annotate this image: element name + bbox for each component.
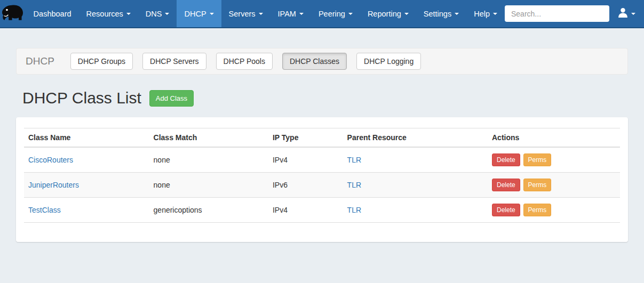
perms-button[interactable]: Perms <box>523 204 552 216</box>
subnav-button-dhcp-groups[interactable]: DHCP Groups <box>70 53 133 70</box>
nav-item-label: DNS <box>146 10 162 18</box>
table-row: JuniperRouters none IPv6 TLR Delete Perm… <box>24 173 620 198</box>
perms-button[interactable]: Perms <box>523 153 552 166</box>
subnav-section-label: DHCP <box>26 55 54 67</box>
user-icon <box>617 7 629 20</box>
chevron-down-icon <box>259 13 263 15</box>
delete-button[interactable]: Delete <box>492 153 520 166</box>
parent-resource-link[interactable]: TLR <box>347 181 361 189</box>
class-name-link[interactable]: JuniperRouters <box>28 181 79 189</box>
chevron-down-icon <box>455 13 459 15</box>
ip-type-value: IPv6 <box>268 173 343 198</box>
add-class-button[interactable]: Add Class <box>149 90 194 107</box>
mammoth-logo-icon <box>1 3 25 25</box>
user-menu[interactable] <box>617 7 635 20</box>
dhcp-class-table: Class Name Class Match IP Type Parent Re… <box>24 128 620 223</box>
column-header-class-match: Class Match <box>149 128 268 148</box>
search-group <box>505 5 609 22</box>
page-title: DHCP Class List <box>22 89 141 107</box>
nav-item-label: Settings <box>424 10 451 18</box>
nav-item-ipam[interactable]: IPAM <box>271 0 311 27</box>
chevron-down-icon <box>126 13 131 15</box>
chevron-down-icon <box>165 13 169 15</box>
nav-item-label: DHCP <box>184 10 206 18</box>
column-header-actions: Actions <box>488 128 620 148</box>
chevron-down-icon <box>631 13 635 15</box>
nav-item-reporting[interactable]: Reporting <box>360 0 416 27</box>
chevron-down-icon <box>493 13 497 15</box>
nav-item-label: IPAM <box>278 10 296 18</box>
parent-resource-link[interactable]: TLR <box>347 156 361 164</box>
class-match-value: none <box>149 173 268 198</box>
nav-item-label: Dashboard <box>34 10 71 18</box>
nav-item-dashboard[interactable]: Dashboard <box>26 0 79 27</box>
page-head: DHCP Class List Add Class <box>16 89 628 107</box>
class-match-value: none <box>149 147 268 173</box>
chevron-down-icon <box>210 13 214 15</box>
nav-item-help[interactable]: Help <box>466 0 505 27</box>
search-input[interactable] <box>505 5 609 22</box>
class-match-value: genericoptions <box>149 198 268 223</box>
nav-item-servers[interactable]: Servers <box>221 0 271 27</box>
brand-logo[interactable] <box>0 0 26 27</box>
delete-button[interactable]: Delete <box>492 179 520 191</box>
dhcp-class-list-card: Class Name Class Match IP Type Parent Re… <box>16 117 628 242</box>
nav-item-label: Resources <box>86 10 123 18</box>
nav-item-label: Reporting <box>368 10 401 18</box>
main-container: DHCP DHCP Groups DHCP Servers DHCP Pools… <box>0 48 644 242</box>
navbar-right <box>505 0 644 27</box>
perms-button[interactable]: Perms <box>523 179 552 191</box>
nav-item-peering[interactable]: Peering <box>311 0 360 27</box>
column-header-ip-type: IP Type <box>268 128 343 148</box>
table-row: TestClass genericoptions IPv4 TLR Delete… <box>24 198 620 223</box>
nav-item-dns[interactable]: DNS <box>138 0 177 27</box>
parent-resource-link[interactable]: TLR <box>347 206 361 214</box>
table-header-row: Class Name Class Match IP Type Parent Re… <box>24 128 620 148</box>
ip-type-value: IPv4 <box>268 198 343 223</box>
chevron-down-icon <box>299 13 304 15</box>
nav-item-settings[interactable]: Settings <box>416 0 466 27</box>
class-name-link[interactable]: CiscoRouters <box>28 156 73 164</box>
subnav-button-dhcp-pools[interactable]: DHCP Pools <box>216 53 273 70</box>
nav-item-dhcp[interactable]: DHCP <box>177 0 221 27</box>
column-header-parent-resource: Parent Resource <box>343 128 488 148</box>
class-name-link[interactable]: TestClass <box>28 206 61 214</box>
table-row: CiscoRouters none IPv4 TLR Delete Perms <box>24 147 620 173</box>
dhcp-subnav: DHCP DHCP Groups DHCP Servers DHCP Pools… <box>16 48 628 75</box>
ip-type-value: IPv4 <box>268 147 343 173</box>
column-header-class-name: Class Name <box>24 128 149 148</box>
nav-item-label: Servers <box>229 10 256 18</box>
nav-item-label: Help <box>474 10 490 18</box>
main-nav: Dashboard Resources DNS DHCP Servers IPA… <box>26 0 505 27</box>
delete-button[interactable]: Delete <box>492 204 520 216</box>
subnav-button-dhcp-logging[interactable]: DHCP Logging <box>356 53 421 70</box>
chevron-down-icon <box>404 13 409 15</box>
top-navbar: Dashboard Resources DNS DHCP Servers IPA… <box>0 0 644 28</box>
subnav-button-dhcp-servers[interactable]: DHCP Servers <box>142 53 206 70</box>
chevron-down-icon <box>348 13 353 15</box>
nav-item-label: Peering <box>319 10 345 18</box>
subnav-button-dhcp-classes[interactable]: DHCP Classes <box>282 53 347 70</box>
nav-item-resources[interactable]: Resources <box>79 0 138 27</box>
